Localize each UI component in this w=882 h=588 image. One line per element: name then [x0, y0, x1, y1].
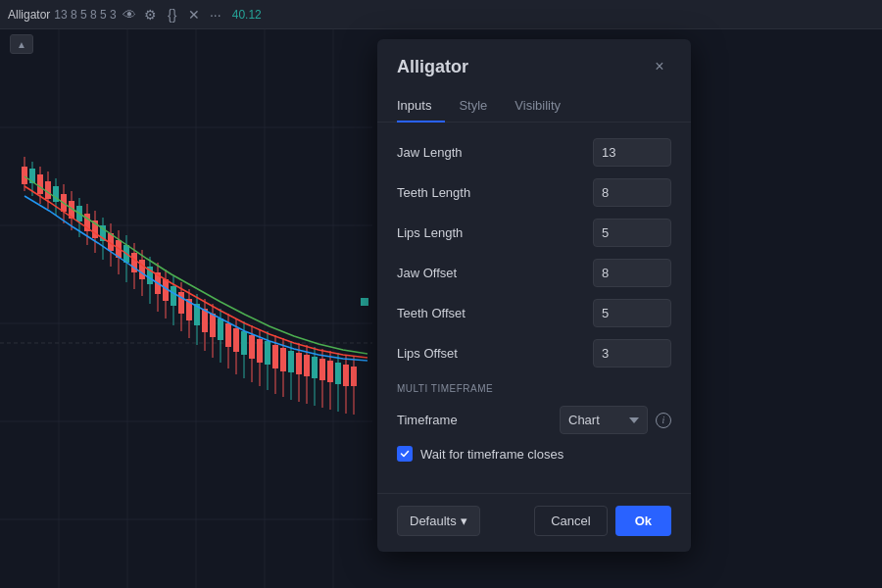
cancel-button[interactable]: Cancel [534, 506, 607, 536]
checkmark-icon [400, 449, 410, 459]
alligator-modal: Alligator × Inputs Style Visibility Jaw … [377, 39, 691, 552]
wait-timeframe-row: Wait for timeframe closes [397, 446, 671, 462]
jaw-offset-row: Jaw Offset [397, 259, 671, 287]
lips-offset-input[interactable] [593, 339, 671, 368]
teeth-length-row: Teeth Length [397, 178, 671, 207]
ok-button[interactable]: Ok [615, 506, 671, 536]
defaults-chevron: ▾ [461, 514, 467, 528]
jaw-length-row: Jaw Length [397, 138, 671, 167]
wait-timeframe-label[interactable]: Wait for timeframe closes [420, 447, 564, 462]
timeframe-select-wrapper: Chart 1m 5m 15m 30m 1H 4H 1D 1W i [560, 406, 671, 434]
teeth-length-input[interactable] [593, 178, 671, 207]
jaw-offset-label: Jaw Offset [397, 266, 593, 280]
tab-visibility[interactable]: Visibility [501, 90, 574, 122]
wait-timeframe-checkbox[interactable] [397, 446, 413, 462]
timeframe-label: Timeframe [397, 413, 560, 427]
teeth-offset-input[interactable] [593, 299, 671, 327]
defaults-button[interactable]: Defaults ▾ [397, 506, 480, 536]
modal-footer: Defaults ▾ Cancel Ok [377, 493, 691, 552]
modal-header: Alligator × [377, 39, 691, 90]
modal-body: Jaw Length Teeth Length Lips Length Jaw … [377, 122, 691, 485]
teeth-offset-row: Teeth Offset [397, 299, 671, 327]
tab-inputs[interactable]: Inputs [397, 90, 445, 122]
close-button[interactable]: × [648, 55, 671, 78]
modal-tabs: Inputs Style Visibility [377, 90, 691, 122]
timeframe-row: Timeframe Chart 1m 5m 15m 30m 1H 4H 1D 1… [397, 406, 671, 434]
tab-style[interactable]: Style [445, 90, 501, 122]
jaw-length-label: Jaw Length [397, 145, 593, 160]
lips-offset-row: Lips Offset [397, 339, 671, 368]
jaw-offset-input[interactable] [593, 259, 671, 287]
jaw-length-input[interactable] [593, 138, 671, 167]
lips-offset-label: Lips Offset [397, 346, 593, 361]
dialog-overlay: Alligator × Inputs Style Visibility Jaw … [0, 0, 882, 588]
multi-timeframe-label: MULTI TIMEFRAME [397, 383, 671, 394]
footer-right: Cancel Ok [534, 506, 671, 536]
teeth-length-label: Teeth Length [397, 185, 593, 200]
defaults-label: Defaults [410, 514, 457, 528]
modal-title: Alligator [397, 57, 468, 77]
teeth-offset-label: Teeth Offset [397, 306, 593, 320]
lips-length-label: Lips Length [397, 225, 593, 240]
lips-length-row: Lips Length [397, 219, 671, 247]
lips-length-input[interactable] [593, 219, 671, 247]
timeframe-select[interactable]: Chart 1m 5m 15m 30m 1H 4H 1D 1W [560, 406, 648, 434]
timeframe-info-icon[interactable]: i [656, 413, 671, 428]
